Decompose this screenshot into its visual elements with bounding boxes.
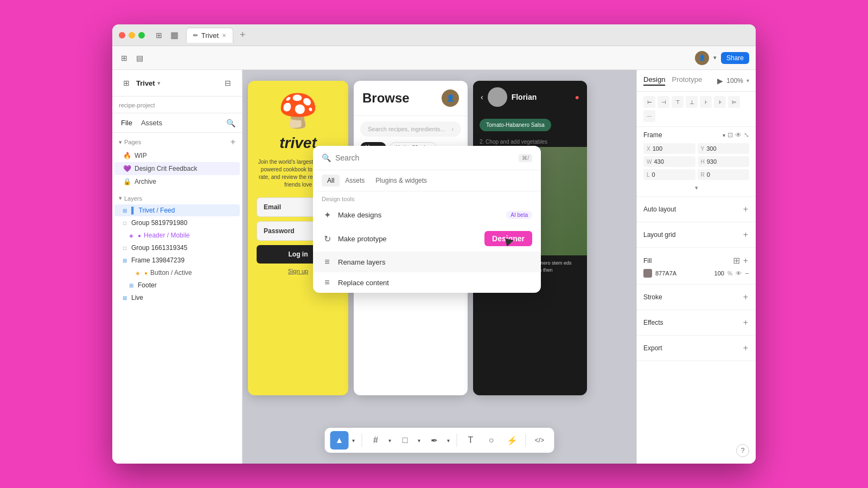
- panel-toggle[interactable]: ⊟: [220, 75, 235, 91]
- layer-trivet-feed[interactable]: ⊞ ▌ Trivet / Feed: [114, 204, 240, 216]
- layer-live[interactable]: ⊞ Live: [114, 292, 240, 304]
- close-button[interactable]: [119, 32, 125, 38]
- add-fill[interactable]: ⊞ +: [732, 255, 749, 266]
- distribute-h[interactable]: ⊨: [728, 96, 740, 108]
- user-dropdown[interactable]: ▾: [713, 54, 717, 61]
- zoom-level[interactable]: 100%: [726, 77, 743, 85]
- cmd-search-input[interactable]: [335, 153, 514, 162]
- new-tab-button[interactable]: +: [240, 29, 246, 41]
- cmd-tab-all[interactable]: All: [322, 175, 340, 187]
- layer-frame[interactable]: ⊞ Frame 139847239: [114, 254, 240, 266]
- shape-dropdown[interactable]: ▾: [416, 431, 423, 450]
- align-left[interactable]: ⊢: [643, 96, 655, 108]
- text-tool[interactable]: T: [462, 431, 480, 450]
- layers-icon[interactable]: ▤: [134, 53, 145, 63]
- align-right[interactable]: ⊤: [672, 96, 684, 108]
- cmd-item-rename-layers[interactable]: ≡ Rename layers: [313, 252, 541, 272]
- cmd-item-replace-content[interactable]: ≡ Replace content: [313, 272, 541, 293]
- align-bottom[interactable]: ⊧: [714, 96, 726, 108]
- design-tab[interactable]: Design: [643, 75, 665, 86]
- separator-1: [362, 434, 362, 447]
- pen-tool[interactable]: ✒: [425, 431, 444, 450]
- cmd-item-make-designs[interactable]: ✦ Make designs AI beta: [313, 204, 541, 226]
- minimize-button[interactable]: [129, 32, 135, 38]
- zoom-dropdown[interactable]: ▾: [746, 78, 749, 84]
- layers-label[interactable]: ▾ Layers: [119, 195, 142, 202]
- fill-opacity-value[interactable]: 100: [708, 270, 724, 277]
- clip-content-dropdown[interactable]: ▾: [695, 184, 698, 191]
- shape-tool[interactable]: □: [396, 431, 414, 450]
- remove-fill-button[interactable]: −: [745, 269, 749, 278]
- frame-tool[interactable]: #: [367, 431, 385, 450]
- page-item-wip[interactable]: 🔥 WIP: [114, 149, 240, 162]
- rename-layers-label: Rename layers: [338, 258, 532, 266]
- grid-icon[interactable]: ⊞: [154, 30, 164, 41]
- l-field[interactable]: L 0: [643, 169, 695, 180]
- page-item-archive[interactable]: 🔒 Archive: [114, 175, 240, 188]
- layers-toggle[interactable]: ⊞: [119, 75, 134, 91]
- cmd-item-make-prototype[interactable]: ↻ Make prototype Designer: [313, 226, 541, 252]
- layer-group1[interactable]: □ Group 5819791980: [114, 217, 240, 229]
- cmd-tab-assets[interactable]: Assets: [340, 175, 370, 187]
- pen-dropdown[interactable]: ▾: [445, 431, 452, 450]
- canvas-area[interactable]: 🍄 trivet Join the world's largest immuni…: [242, 70, 636, 464]
- file-nav[interactable]: File: [119, 118, 135, 128]
- x-field[interactable]: X 100: [643, 143, 695, 154]
- h-field[interactable]: H 930: [698, 156, 750, 167]
- help-button[interactable]: ?: [736, 444, 749, 457]
- app-header: ⊞ ▤ 👤 ▾ Share: [112, 46, 756, 70]
- archive-icon: 🔒: [123, 178, 131, 185]
- fill-visibility-toggle[interactable]: 👁: [736, 270, 742, 277]
- fill-color-swatch[interactable]: [643, 269, 652, 278]
- components-tool[interactable]: ⚡: [503, 431, 521, 450]
- replace-content-label: Replace content: [338, 279, 532, 287]
- add-export[interactable]: +: [742, 343, 749, 353]
- y-field[interactable]: Y 300: [698, 143, 750, 154]
- assets-nav[interactable]: Assets: [139, 118, 164, 128]
- add-page-button[interactable]: +: [231, 137, 235, 147]
- fill-color-value[interactable]: 877A7A: [655, 270, 705, 277]
- maximize-button[interactable]: [138, 32, 145, 38]
- frame-dropdown-icon[interactable]: ▾: [723, 132, 725, 138]
- add-layout-grid[interactable]: +: [742, 230, 749, 240]
- select-dropdown[interactable]: ▾: [350, 431, 358, 450]
- group2-icon: □: [121, 245, 129, 251]
- add-auto-layout[interactable]: +: [742, 204, 749, 214]
- pages-section-header: ▾ Pages +: [112, 133, 242, 149]
- search-placeholder: Search recipes, ingredients...: [368, 126, 445, 132]
- layer-button-active[interactable]: ◈ ● Button / Active: [114, 267, 240, 279]
- more-options[interactable]: ···: [643, 110, 655, 122]
- tab-close-button[interactable]: ✕: [222, 33, 226, 38]
- layer-group2[interactable]: □ Group 1661319345: [114, 242, 240, 254]
- visibility-icon[interactable]: 👁: [735, 131, 742, 139]
- add-stroke[interactable]: +: [742, 292, 749, 302]
- prototype-tab[interactable]: Prototype: [672, 75, 702, 86]
- align-top[interactable]: ⊥: [686, 96, 698, 108]
- align-center-h[interactable]: ⊣: [658, 96, 669, 108]
- cmd-tab-plugins[interactable]: Plugins & widgets: [370, 175, 432, 187]
- user-avatar[interactable]: 👤: [695, 51, 709, 65]
- layer-footer[interactable]: ⊞ Footer: [114, 279, 240, 291]
- resize-icon[interactable]: ⤡: [744, 131, 749, 139]
- add-effect[interactable]: +: [742, 318, 749, 328]
- layer-header-mobile[interactable]: ◈ ● Header / Mobile: [114, 229, 240, 241]
- r-field[interactable]: R 0: [698, 169, 750, 180]
- project-dropdown[interactable]: ▾: [157, 80, 161, 87]
- code-tool[interactable]: </>: [531, 431, 549, 450]
- frame-dropdown[interactable]: ▾: [386, 431, 394, 450]
- share-button[interactable]: Share: [721, 52, 749, 64]
- pages-icon[interactable]: ⊞: [119, 53, 130, 63]
- pages-label[interactable]: ▾ Pages: [119, 139, 141, 146]
- align-center-v[interactable]: ⊦: [700, 96, 712, 108]
- search-button[interactable]: 🔍: [226, 119, 235, 127]
- ellipse-tool[interactable]: ○: [482, 431, 501, 450]
- frame-section: Frame ▾ ⊡ 👁 ⤡ X 100 Y 300: [637, 127, 756, 197]
- clip-icon[interactable]: ⊡: [727, 131, 733, 139]
- page-item-design-crit[interactable]: 💜 Design Crit Feedback: [114, 162, 240, 175]
- browser-tab[interactable]: ✏ Trivet ✕: [186, 28, 233, 43]
- layout-icon[interactable]: ▦: [169, 30, 180, 41]
- play-button[interactable]: ▶: [717, 76, 723, 85]
- w-field[interactable]: W 430: [643, 156, 695, 167]
- add-fill-icon[interactable]: +: [743, 256, 748, 266]
- select-tool[interactable]: ▲: [330, 431, 349, 450]
